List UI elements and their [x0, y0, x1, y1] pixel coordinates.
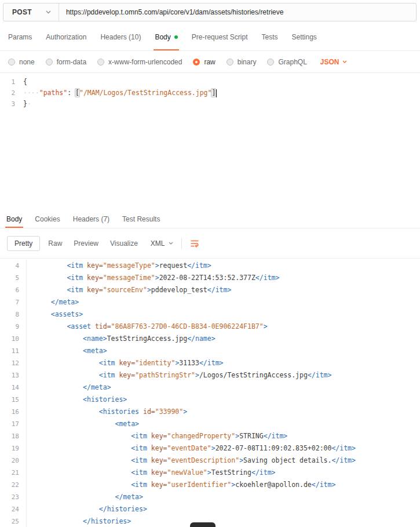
- code-text: <histories>: [35, 394, 127, 406]
- code-text: {: [23, 77, 27, 88]
- line-number: 1: [0, 77, 23, 88]
- code-text: <itm key="identity">31133</itm>: [35, 357, 224, 369]
- code-line: 3}·: [0, 99, 420, 110]
- body-type-label: binary: [238, 58, 257, 66]
- code-text: <itm key="messageTime">2022-08-22T14:53:…: [35, 272, 279, 284]
- line-number: 24: [0, 503, 27, 515]
- response-format-dropdown[interactable]: XML: [151, 239, 173, 248]
- line-number: 13: [0, 369, 27, 381]
- tab-authorization[interactable]: Authorization: [45, 23, 87, 50]
- line-number: 17: [0, 418, 27, 430]
- line-number: 22: [0, 479, 27, 491]
- body-type-form-data[interactable]: form-data: [46, 58, 86, 66]
- code-line: 11 <meta>: [0, 345, 420, 357]
- code-line: 1{: [0, 77, 420, 88]
- line-number: 5: [0, 272, 27, 284]
- tab-settings[interactable]: Settings: [291, 23, 318, 50]
- code-line: 7 </meta>: [0, 296, 420, 308]
- tab-label: Test Results: [122, 215, 160, 223]
- line-number: 20: [0, 455, 27, 467]
- code-text: <itm key="newValue">TestString</itm>: [35, 467, 276, 479]
- chevron-down-icon: [169, 242, 173, 245]
- code-text: <itm key="userIdentifier">ckoehler@apoll…: [35, 479, 335, 491]
- line-number: 18: [0, 430, 27, 442]
- tab-label: Params: [8, 33, 32, 41]
- tab-params[interactable]: Params: [7, 23, 33, 50]
- line-number: 9: [0, 321, 27, 333]
- tab-label: Tests: [261, 33, 277, 41]
- body-type-label: form-data: [57, 58, 86, 66]
- chevron-down-icon: [342, 60, 347, 63]
- tab-cookies[interactable]: Cookies: [34, 210, 61, 228]
- code-text: <itm key="changedProperty">STRING</itm>: [35, 430, 287, 442]
- tab-headers-10[interactable]: Headers (10): [99, 23, 142, 50]
- line-number: 7: [0, 296, 27, 308]
- body-type-graphql[interactable]: GraphQL: [267, 58, 306, 66]
- body-type-x-www-form-urlencoded[interactable]: x-www-form-urlencoded: [97, 58, 182, 66]
- line-number: 19: [0, 442, 27, 455]
- code-text: <itm key="eventDate">2022-07-08T11:09:02…: [35, 442, 356, 455]
- text-cursor: [216, 89, 217, 97]
- code-text: </histories>: [35, 503, 147, 515]
- code-text: <itm key="messageType">request</itm>: [35, 260, 211, 272]
- url-input[interactable]: [59, 8, 416, 16]
- code-line: 24 </histories>: [0, 503, 420, 515]
- wrap-text-icon: [190, 239, 199, 248]
- code-text: <histories id="33990">: [35, 406, 187, 418]
- view-mode-raw[interactable]: Raw: [48, 239, 62, 248]
- tab-test-results[interactable]: Test Results: [121, 210, 161, 228]
- wrap-text-button[interactable]: [190, 239, 199, 248]
- code-line: 23 </meta>: [0, 491, 420, 503]
- response-body-viewer[interactable]: 4 <itm key="messageType">request</itm>5 …: [0, 258, 420, 527]
- line-number: 15: [0, 394, 27, 406]
- code-line: 13 <itm key="pathStringStr">/Logos/TestS…: [0, 369, 420, 381]
- tab-body[interactable]: Body: [5, 210, 23, 228]
- code-text: <asset tid="86A8F763-27D0-46CD-B834-0E90…: [35, 321, 268, 333]
- line-number: 2: [0, 88, 23, 99]
- code-line: 16 <histories id="33990">: [0, 406, 420, 418]
- line-number: 4: [0, 260, 27, 272]
- response-toolbar: PrettyRawPreviewVisualize XML: [0, 228, 420, 258]
- method-label: POST: [12, 8, 32, 16]
- code-line: 22 <itm key="userIdentifier">ckoehler@ap…: [0, 479, 420, 491]
- tab-body[interactable]: Body: [154, 23, 178, 50]
- radio-icon: [193, 59, 200, 66]
- code-line: 5 <itm key="messageTime">2022-08-22T14:5…: [0, 272, 420, 284]
- tab-label: Authorization: [46, 33, 86, 41]
- code-text: </meta>: [35, 491, 143, 503]
- line-number: 11: [0, 345, 27, 357]
- code-text: <itm key="sourceEnv">pddevelop_test</itm…: [35, 284, 231, 296]
- method-select[interactable]: POST: [3, 3, 59, 21]
- body-language-dropdown[interactable]: JSON: [320, 58, 347, 66]
- code-line: 6 <itm key="sourceEnv">pddevelop_test</i…: [0, 284, 420, 296]
- code-line: 15 <histories>: [0, 394, 420, 406]
- body-type-bar: noneform-datax-www-form-urlencodedrawbin…: [0, 51, 420, 73]
- code-text: </meta>: [35, 296, 79, 308]
- view-mode-pretty[interactable]: Pretty: [7, 236, 40, 251]
- code-line: 17 <meta>: [0, 418, 420, 430]
- tab-label: Settings: [292, 33, 317, 41]
- body-type-none[interactable]: none: [8, 58, 35, 66]
- tab-label: Cookies: [35, 215, 60, 223]
- tab-headers-7[interactable]: Headers (7): [72, 210, 111, 228]
- code-line: 8 <assets>: [0, 308, 420, 321]
- tab-pre-request-script[interactable]: Pre-request Script: [191, 23, 249, 50]
- tab-tests[interactable]: Tests: [260, 23, 279, 50]
- body-type-binary[interactable]: binary: [227, 58, 257, 66]
- code-line: 18 <itm key="changedProperty">STRING</it…: [0, 430, 420, 442]
- view-mode-preview[interactable]: Preview: [74, 239, 98, 248]
- view-mode-visualize[interactable]: Visualize: [110, 239, 138, 248]
- tab-label: Headers (7): [73, 215, 109, 223]
- line-number: 16: [0, 406, 27, 418]
- request-body-editor[interactable]: 1{2····"paths": ["/MAM/Logos/TestStringA…: [0, 73, 420, 210]
- code-text: <itm key="eventDescription">Saving objec…: [35, 455, 356, 467]
- body-type-raw[interactable]: raw: [193, 58, 215, 66]
- code-text: <meta>: [35, 418, 139, 430]
- code-text: <assets>: [35, 308, 83, 321]
- body-type-label: none: [19, 58, 35, 66]
- code-line: 20 <itm key="eventDescription">Saving ob…: [0, 455, 420, 467]
- code-text: <itm key="pathStringStr">/Logos/TestStri…: [35, 369, 331, 381]
- radio-icon: [227, 59, 233, 66]
- line-number: 21: [0, 467, 27, 479]
- line-number: 23: [0, 491, 27, 503]
